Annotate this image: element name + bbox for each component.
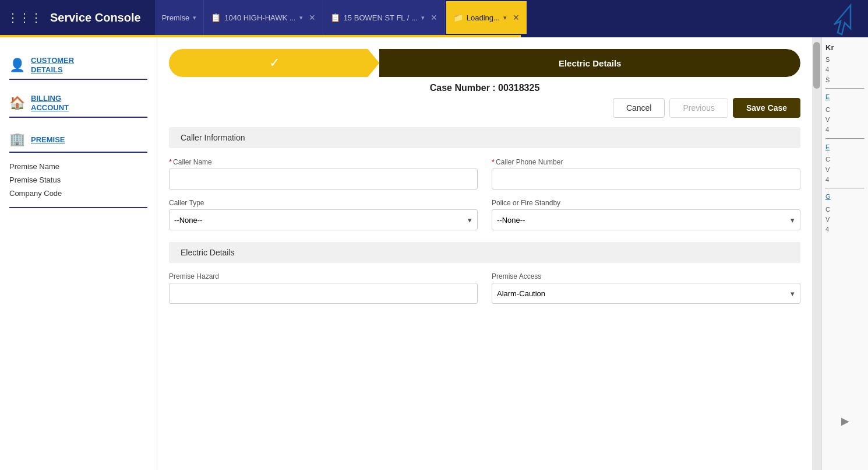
right-panel-v2: V: [825, 166, 865, 174]
tab-1040[interactable]: 📋 1040 HIGH-HAWK ... ▾ ✕: [204, 0, 323, 35]
tab-bowen-chevron: ▾: [421, 14, 425, 22]
right-panel-s2: S: [825, 76, 865, 85]
caller-phone-label: * Caller Phone Number: [492, 157, 800, 166]
right-panel-divider1: [825, 88, 865, 89]
caller-section-header: Caller Information: [169, 127, 800, 148]
tab-1040-label: 1040 HIGH-HAWK ...: [224, 13, 295, 22]
sidebar-item-billing[interactable]: 🏠 BILLINGACCOUNT: [9, 87, 147, 118]
field-premise-name: Premise Name: [9, 160, 147, 173]
caller-type-select[interactable]: --None-- Customer Contractor Other: [169, 209, 478, 230]
right-panel-expand[interactable]: ▶: [825, 409, 865, 433]
tab-bowen-close[interactable]: ✕: [431, 13, 437, 22]
police-fire-select[interactable]: --None-- Yes No: [492, 209, 800, 230]
right-panel-4-3: 4: [825, 176, 865, 184]
tab-bar: Premise ▾ 📋 1040 HIGH-HAWK ... ▾ ✕ 📋 15 …: [155, 0, 861, 35]
premise-access-label: Premise Access: [492, 272, 800, 280]
tab-loading-close[interactable]: ✕: [513, 13, 520, 22]
tab-loading-icon: 📁: [453, 13, 463, 22]
premise-fields: Premise Name Premise Status Company Code: [9, 155, 147, 208]
scrollbar-thumb[interactable]: [813, 42, 820, 89]
caller-name-label: * Caller Name: [169, 157, 478, 166]
right-panel-c1: C: [825, 106, 865, 114]
right-panel-link1[interactable]: E: [825, 93, 865, 101]
caller-name-field: * Caller Name: [169, 157, 478, 190]
tab-premise-label: Premise: [162, 13, 190, 22]
tab-loading-label: Loading...: [467, 13, 500, 22]
electric-form-grid: Premise Hazard Premise Access --None-- A…: [169, 272, 800, 304]
sidebar-item-premise[interactable]: 🏢 PREMISE: [9, 125, 147, 153]
app-title: Service Console: [50, 11, 141, 24]
billing-label: BILLINGACCOUNT: [31, 94, 69, 112]
scrollbar[interactable]: [812, 37, 821, 470]
caller-name-input[interactable]: [169, 169, 478, 190]
main-layout: 👤 CUSTOMERDETAILS 🏠 BILLINGACCOUNT 🏢 PRE…: [0, 37, 868, 470]
electric-section-header: Electric Details: [169, 242, 800, 263]
police-fire-wrapper: --None-- Yes No ▾: [492, 209, 800, 230]
premise-hazard-label: Premise Hazard: [169, 272, 478, 280]
tab-1040-chevron: ▾: [299, 14, 303, 22]
police-fire-field: Police or Fire Standby --None-- Yes No ▾: [492, 199, 800, 230]
progress-checkmark: ✓: [269, 55, 280, 71]
premise-label: PREMISE: [31, 135, 65, 145]
tab-premise-chevron: ▾: [193, 14, 196, 22]
caller-type-label: Caller Type: [169, 199, 478, 207]
sidebar: 👤 CUSTOMERDETAILS 🏠 BILLINGACCOUNT 🏢 PRE…: [0, 37, 157, 470]
right-panel-v3: V: [825, 215, 865, 224]
caller-name-required: *: [169, 157, 172, 166]
progress-step-label: Electric Details: [559, 58, 622, 68]
case-number: Case Number : 00318325: [169, 83, 800, 93]
right-panel-divider2: [825, 138, 865, 139]
caller-phone-input[interactable]: [492, 169, 800, 190]
grid-icon[interactable]: ⋮⋮⋮: [7, 10, 42, 24]
progress-step-active: Electric Details: [379, 49, 800, 77]
premise-access-field: Premise Access --None-- Alarm-Caution Ea…: [492, 272, 800, 304]
right-panel-c3: C: [825, 205, 865, 214]
action-row: Cancel Previous Save Case: [169, 98, 800, 118]
caller-type-wrapper: --None-- Customer Contractor Other ▾: [169, 209, 478, 230]
save-case-button[interactable]: Save Case: [733, 98, 800, 118]
field-company-code: Company Code: [9, 187, 147, 200]
progress-step-done: ✓: [169, 49, 379, 77]
right-panel: Kr S 4 S E C V 4 E C V 4 G C V 4 ▶: [821, 37, 868, 470]
caller-phone-field: * Caller Phone Number: [492, 157, 800, 190]
caller-phone-required: *: [492, 157, 495, 166]
field-premise-status: Premise Status: [9, 173, 147, 187]
right-panel-v1: V: [825, 115, 865, 124]
right-panel-4-2: 4: [825, 125, 865, 134]
premise-access-select[interactable]: --None-- Alarm-Caution Easy Difficult: [492, 283, 800, 304]
right-panel-kr: Kr: [825, 43, 865, 52]
tab-bowen-icon: 📋: [330, 13, 340, 22]
right-panel-s1: S: [825, 55, 865, 64]
police-fire-label: Police or Fire Standby: [492, 199, 800, 207]
progress-bar: ✓ Electric Details: [169, 49, 800, 77]
right-panel-link2[interactable]: E: [825, 143, 865, 152]
billing-icon: 🏠: [9, 96, 25, 111]
tab-bowen-label: 15 BOWEN ST FL / ...: [344, 13, 418, 22]
sidebar-item-customer[interactable]: 👤 CUSTOMERDETAILS: [9, 49, 147, 80]
top-bar: ⋮⋮⋮ Service Console Premise ▾ 📋 1040 HIG…: [0, 0, 868, 35]
caller-form-grid: * Caller Name * Caller Phone Number Call…: [169, 157, 800, 230]
tab-loading-chevron: ▾: [503, 14, 507, 22]
premise-hazard-field: Premise Hazard: [169, 272, 478, 304]
right-panel-c2: C: [825, 155, 865, 164]
tab-loading[interactable]: 📁 Loading... ▾ ✕: [445, 0, 528, 35]
tab-premise[interactable]: Premise ▾: [155, 0, 204, 35]
premise-icon: 🏢: [9, 132, 25, 147]
premise-access-wrapper: --None-- Alarm-Caution Easy Difficult ▾: [492, 283, 800, 304]
tab-1040-icon: 📋: [211, 13, 221, 22]
tab-1040-close[interactable]: ✕: [309, 13, 316, 22]
right-panel-divider3: [825, 188, 865, 189]
right-panel-4-4: 4: [825, 225, 865, 234]
right-panel-link3[interactable]: G: [825, 192, 865, 201]
cancel-button[interactable]: Cancel: [613, 98, 665, 118]
customer-icon: 👤: [9, 58, 25, 73]
content-area: ✓ Electric Details Case Number : 0031832…: [157, 37, 812, 470]
customer-label: CUSTOMERDETAILS: [31, 56, 74, 74]
tab-bowen[interactable]: 📋 15 BOWEN ST FL / ... ▾ ✕: [323, 0, 445, 35]
cursor-arrow: [833, 2, 856, 37]
right-panel-4-1: 4: [825, 65, 865, 74]
previous-button[interactable]: Previous: [669, 98, 728, 118]
premise-hazard-input[interactable]: [169, 283, 478, 304]
caller-type-field: Caller Type --None-- Customer Contractor…: [169, 199, 478, 230]
